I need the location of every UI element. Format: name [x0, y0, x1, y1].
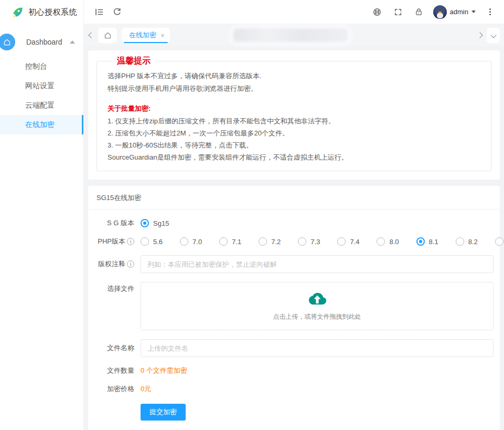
php-version-option-label: 7.4: [350, 238, 359, 246]
sg-version-option-label: Sg15: [153, 219, 169, 227]
sidebar-fold-icon[interactable]: [90, 3, 108, 21]
php-version-option-7.0[interactable]: 7.0: [180, 237, 202, 246]
radio-icon[interactable]: [180, 237, 188, 246]
tab-close-icon[interactable]: ×: [160, 32, 165, 39]
app-logo[interactable]: 初心授权系统: [0, 0, 83, 24]
tab-online-encrypt[interactable]: 在线加密 ×: [122, 28, 170, 43]
tab-label: 在线加密: [129, 30, 156, 40]
copyright-label-text: 版权注释: [98, 259, 125, 269]
php-version-option-label: 7.2: [271, 238, 281, 246]
sidebar: 初心授权系统 Dashboard 控制台 网站设置 云端配置 在线加密: [0, 0, 84, 430]
notice-batch-line: 2. 压缩包大小不能超过2M，一次一个压缩包最多20个文件。: [108, 127, 480, 139]
sidebar-item-cloud-config[interactable]: 云端配置: [0, 96, 83, 115]
radio-icon[interactable]: [219, 237, 228, 246]
submit-encrypt-button[interactable]: 提交加密: [141, 404, 186, 421]
radio-icon[interactable]: [298, 237, 306, 246]
file-name-row: 文件名称: [88, 339, 494, 357]
info-circle-icon[interactable]: [127, 238, 134, 245]
php-version-option-label: 8.2: [468, 238, 478, 246]
php-version-group: 5.67.07.17.27.37.48.08.18.28.3: [141, 237, 494, 246]
php-version-option-8.0[interactable]: 8.0: [377, 237, 399, 246]
php-version-option-7.1[interactable]: 7.1: [219, 237, 241, 246]
user-menu[interactable]: admin: [431, 5, 478, 19]
sg-version-row: S G 版本 Sg15: [88, 218, 494, 228]
submit-row: 提交加密: [88, 404, 494, 421]
php-version-option-label: 7.1: [232, 238, 241, 246]
php-version-option-8.1[interactable]: 8.1: [416, 237, 438, 246]
php-version-label-text: PHP版本: [98, 237, 125, 246]
radio-icon[interactable]: [377, 237, 385, 246]
file-count-row: 文件数量 0 个文件需加密: [88, 366, 494, 375]
sidebar-group-label: Dashboard: [26, 38, 62, 46]
blurred-watermark: [233, 28, 348, 42]
sidebar-group-dashboard[interactable]: Dashboard: [0, 30, 83, 54]
notice-batch-title: 关于批量加密:: [108, 102, 480, 115]
chevron-right-icon[interactable]: [477, 32, 482, 38]
chevron-down-icon: [490, 32, 496, 38]
avatar[interactable]: [433, 5, 447, 19]
price-label: 加密价格: [88, 384, 141, 394]
notice-line: 选择PHP 版本不宜过多，请确保代码兼容所选版本.: [108, 70, 480, 82]
cloud-upload-icon: [308, 291, 327, 309]
php-version-option-label: 5.6: [153, 238, 163, 246]
globe-icon[interactable]: [368, 3, 386, 21]
page-content: 温馨提示 选择PHP 版本不宜过多，请确保代码兼容所选版本. 特别提示使用手机用…: [84, 46, 504, 430]
notice-batch-line: 3. 一般10秒-60S出结果，等待完整，点击下载。: [108, 139, 480, 151]
php-version-option-label: 8.1: [429, 238, 438, 246]
topbar-right: admin: [368, 3, 499, 21]
copyright-row: 版权注释: [88, 255, 494, 273]
file-count-label: 文件数量: [88, 366, 141, 375]
home-circle-icon: [0, 34, 15, 50]
php-version-label: PHP版本: [88, 237, 141, 246]
copyright-input[interactable]: [141, 255, 494, 273]
sg-version-label: S G 版本: [88, 218, 141, 228]
php-version-option-7.4[interactable]: 7.4: [337, 237, 359, 246]
price-row: 加密价格 0元: [88, 384, 494, 394]
info-circle-icon[interactable]: [127, 260, 134, 268]
php-version-row: PHP版本 5.67.07.17.27.37.48.08.18.28.3: [88, 237, 494, 246]
tab-bar: 在线加密 ×: [84, 24, 504, 46]
php-version-option-8.3[interactable]: 8.3: [495, 237, 504, 246]
app-root: 初心授权系统 Dashboard 控制台 网站设置 云端配置 在线加密: [0, 0, 504, 430]
notice-fieldset: 温馨提示 选择PHP 版本不宜过多，请确保代码兼容所选版本. 特别提示使用手机用…: [96, 56, 491, 171]
collapse-caret-icon: [70, 40, 75, 44]
sidebar-menu: 控制台 网站设置 云端配置 在线加密: [0, 57, 83, 134]
php-version-option-7.3[interactable]: 7.3: [298, 237, 320, 246]
upload-dropzone[interactable]: 点击上传，或将文件拖拽到此处: [141, 282, 494, 330]
price-value: 0元: [141, 384, 151, 394]
radio-icon[interactable]: [456, 237, 464, 246]
file-name-label: 文件名称: [88, 343, 141, 353]
home-tab-button[interactable]: [98, 28, 117, 43]
refresh-icon[interactable]: [108, 3, 126, 21]
notice-batch-line: 1. 仅支持上传zip后缀的压缩文件，所有目录不能包含中文和其他非法字符。: [108, 115, 480, 127]
notice-line: 特别提示使用手机用户请用谷歌浏览器进行加密。: [108, 82, 480, 95]
radio-icon[interactable]: [495, 237, 503, 246]
upload-hint-text: 点击上传，或将文件拖拽到此处: [273, 312, 361, 321]
tab-dropdown-button[interactable]: [487, 28, 500, 43]
radio-icon[interactable]: [259, 237, 267, 246]
php-version-option-5.6[interactable]: 5.6: [141, 237, 163, 246]
radio-checked-icon[interactable]: [416, 237, 425, 246]
lock-icon[interactable]: [410, 3, 428, 21]
php-version-option-7.2[interactable]: 7.2: [259, 237, 281, 246]
chevron-left-icon[interactable]: [88, 32, 94, 38]
user-caret-down-icon: [471, 11, 476, 13]
php-version-option-label: 8.0: [389, 238, 399, 246]
file-name-input[interactable]: [141, 339, 494, 357]
fullscreen-icon[interactable]: [389, 3, 407, 21]
rocket-logo-icon: [10, 5, 24, 19]
radio-icon[interactable]: [337, 237, 346, 246]
main-area: admin 在线加密 ×: [84, 0, 504, 430]
copyright-label: 版权注释: [88, 259, 141, 269]
sidebar-item-online-encrypt[interactable]: 在线加密: [0, 115, 83, 134]
encrypt-form-card: SG15在线加密 S G 版本 Sg15 PHP版本: [88, 186, 500, 430]
php-version-option-8.2[interactable]: 8.2: [456, 237, 478, 246]
file-select-label: 选择文件: [88, 282, 141, 293]
sg-version-option-sg15[interactable]: Sg15: [141, 219, 169, 227]
radio-icon[interactable]: [141, 237, 149, 246]
sidebar-item-console[interactable]: 控制台: [0, 57, 83, 76]
php-version-option-label: 7.3: [310, 238, 320, 246]
radio-checked-icon[interactable]: [141, 219, 149, 227]
kebab-menu-icon[interactable]: [481, 3, 499, 21]
sidebar-item-site-settings[interactable]: 网站设置: [0, 76, 83, 96]
